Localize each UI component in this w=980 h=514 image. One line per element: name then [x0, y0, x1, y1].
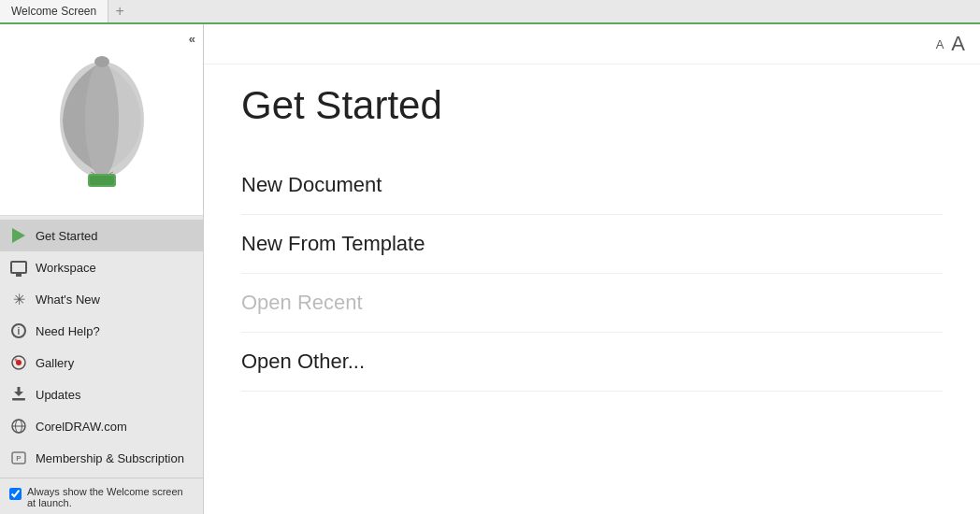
monitor-icon [9, 258, 28, 277]
sidebar-item-workspace[interactable]: Workspace [0, 251, 203, 283]
svg-rect-10 [12, 398, 25, 401]
content-area: A A Get Started New Document New From Te… [204, 24, 980, 514]
open-recent-action: Open Recent [241, 274, 943, 333]
coreldraw-logo [36, 45, 167, 194]
new-document-action[interactable]: New Document [241, 156, 943, 215]
logo-area: « [0, 24, 203, 216]
open-other-action[interactable]: Open Other... [241, 333, 943, 392]
sidebar-nav: Get Started Workspace ✳ What's New i [0, 216, 203, 478]
svg-text:P: P [16, 454, 22, 463]
svg-rect-4 [90, 176, 114, 185]
content-header: A A [204, 24, 980, 64]
main-layout: « [0, 24, 980, 514]
page-title: Get Started [241, 83, 943, 128]
svg-point-1 [85, 62, 119, 178]
svg-point-9 [15, 359, 18, 362]
svg-rect-12 [18, 387, 21, 393]
show-welcome-checkbox[interactable] [9, 488, 22, 500]
sidebar-item-membership[interactable]: P Membership & Subscription [0, 442, 203, 474]
info-icon: i [9, 321, 28, 340]
globe-icon [9, 417, 28, 435]
tab-label: Welcome Screen [11, 5, 96, 18]
sidebar: « [0, 24, 204, 514]
font-size-small-button[interactable]: A [936, 37, 944, 51]
tab-bar: Welcome Screen + [0, 0, 980, 24]
show-welcome-label: Always show the Welcome screen at launch… [27, 486, 194, 508]
play-icon [9, 226, 28, 245]
download-icon [9, 385, 28, 404]
sidebar-item-whats-new[interactable]: ✳ What's New [0, 283, 203, 315]
welcome-screen-tab[interactable]: Welcome Screen [0, 0, 108, 22]
star-icon: ✳ [9, 290, 28, 308]
collapse-button[interactable]: « [189, 32, 195, 46]
font-size-large-button[interactable]: A [951, 32, 965, 56]
sidebar-item-get-started[interactable]: Get Started [0, 220, 203, 251]
sidebar-footer: Always show the Welcome screen at launch… [0, 478, 203, 514]
sidebar-item-need-help[interactable]: i Need Help? [0, 315, 203, 347]
sidebar-item-coreldraw-com[interactable]: CorelDRAW.com [0, 410, 203, 442]
membership-icon: P [9, 449, 28, 467]
sidebar-item-updates[interactable]: Updates [0, 378, 203, 410]
new-from-template-action[interactable]: New From Template [241, 215, 943, 274]
svg-point-2 [94, 56, 109, 67]
content-body: Get Started New Document New From Templa… [204, 64, 980, 514]
add-tab-button[interactable]: + [108, 0, 131, 22]
sidebar-item-gallery[interactable]: Gallery [0, 347, 203, 378]
gallery-icon [9, 353, 28, 372]
action-list: New Document New From Template Open Rece… [241, 156, 943, 392]
